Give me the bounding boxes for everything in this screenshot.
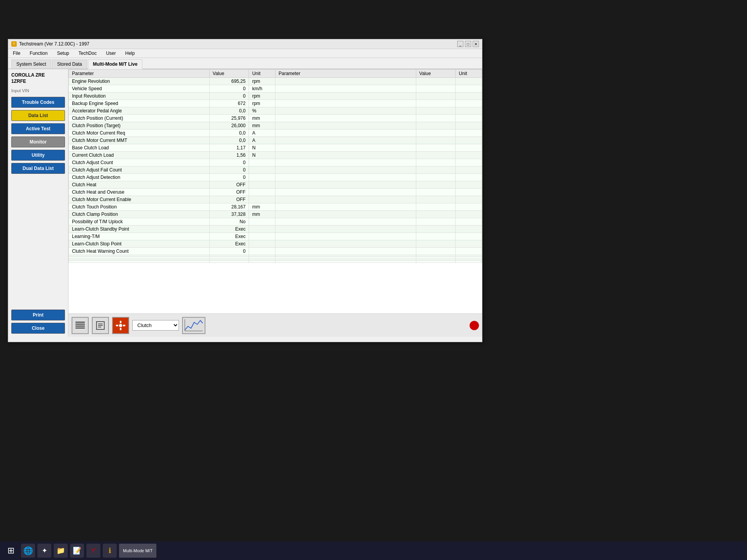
yandex-button[interactable]: Y [86, 544, 100, 558]
unit-cell: mm [249, 122, 275, 130]
value2-cell [416, 189, 456, 196]
value-cell: 1,17 [209, 144, 249, 152]
param-cell: Engine Revolution [69, 78, 210, 85]
param2-cell [275, 85, 416, 93]
param-cell: Learn-Clutch Standby Point [69, 226, 210, 233]
value2-cell [416, 122, 456, 130]
table-row: Learn-Clutch Standby Point Exec [69, 226, 482, 233]
title-bar-left: T Techstream (Ver 7.12.00C) - 1997 [11, 41, 89, 47]
chart-button[interactable] [182, 317, 205, 334]
utility-button[interactable]: Utility [11, 150, 65, 161]
trouble-codes-button[interactable]: Trouble Codes [11, 97, 65, 108]
table-row: Learn-Clutch Stop Point Exec [69, 240, 482, 248]
dual-data-list-button[interactable]: Dual Data List [11, 163, 65, 174]
value-cell: 0 [209, 85, 249, 93]
unit2-cell [456, 233, 482, 240]
value-cell: 0,0 [209, 107, 249, 115]
unit-cell [249, 174, 275, 181]
value-cell: 0 [209, 93, 249, 100]
param-cell: Backup Engine Speed [69, 100, 210, 107]
close-button[interactable]: Close [11, 323, 65, 334]
edit-icon-btn[interactable] [92, 317, 109, 334]
value-cell: 0 [209, 248, 249, 255]
title-bar-controls: _ □ ✕ [457, 41, 479, 47]
table-row: Learning-T/M Exec [69, 233, 482, 240]
param2-cell [275, 261, 416, 263]
unit-cell: A [249, 130, 275, 137]
unit-cell: mm [249, 203, 275, 211]
unit2-cell [456, 100, 482, 107]
sidebar: COROLLA ZRE 1ZRFE Input VIN Trouble Code… [8, 69, 68, 337]
tab-multimode[interactable]: Multi-Mode M/T Live [88, 60, 143, 69]
value2-cell [416, 166, 456, 174]
value-cell: 0 [209, 174, 249, 181]
unit2-cell [456, 181, 482, 189]
data-table-container[interactable]: Parameter Value Unit Parameter Value Uni… [68, 69, 482, 313]
data-table: Parameter Value Unit Parameter Value Uni… [68, 69, 482, 263]
table-row: Clutch Heat and Overuse OFF [69, 189, 482, 196]
unit-cell: % [249, 107, 275, 115]
value2-cell [416, 152, 456, 159]
value2-cell [416, 226, 456, 233]
param-cell: Clutch Adjust Count [69, 159, 210, 166]
explorer-button[interactable]: 📁 [54, 544, 68, 558]
techstream-taskbar-button[interactable]: ℹ [103, 544, 117, 558]
value2-cell [416, 203, 456, 211]
param2-cell [275, 130, 416, 137]
param2-cell [275, 203, 416, 211]
menu-setup[interactable]: Setup [55, 50, 70, 57]
menu-user[interactable]: User [104, 50, 117, 57]
bottom-bar: Clutch Engine Transmission [68, 313, 482, 337]
param2-cell [275, 159, 416, 166]
unit2-cell [456, 130, 482, 137]
start-button[interactable]: ⊞ [3, 543, 19, 558]
unit2-cell [456, 78, 482, 85]
param-cell: Clutch Adjust Fail Count [69, 166, 210, 174]
monitor-button[interactable]: Monitor [11, 136, 65, 147]
table-row: Clutch Adjust Count 0 [69, 159, 482, 166]
value-cell: 26,000 [209, 122, 249, 130]
tab-stored-data[interactable]: Stored Data [52, 60, 87, 68]
menu-techdoc[interactable]: TechDoc [77, 50, 98, 57]
menu-function[interactable]: Function [28, 50, 49, 57]
value2-cell [416, 174, 456, 181]
value-cell: OFF [209, 189, 249, 196]
print-button[interactable]: Print [11, 310, 65, 320]
tab-system-select[interactable]: System Select [11, 60, 51, 68]
menu-file[interactable]: File [11, 50, 22, 57]
param2-cell [275, 122, 416, 130]
menu-bar: File Function Setup TechDoc User Help [8, 49, 482, 58]
minimize-button[interactable]: _ [457, 41, 463, 47]
value-cell: 28,167 [209, 203, 249, 211]
param-cell: Possibility of T/M Uplock [69, 218, 210, 226]
table-row: Clutch Touch Position 28,167 mm [69, 203, 482, 211]
taskbar-app-label: Multi-Mode M/T [123, 548, 153, 553]
value-cell: 25,976 [209, 115, 249, 122]
stop-button[interactable] [470, 321, 479, 330]
edge-button[interactable]: 🌐 [21, 544, 35, 558]
param-cell: Clutch Motor Current Enable [69, 196, 210, 203]
unit2-cell [456, 166, 482, 174]
maximize-button[interactable]: □ [465, 41, 471, 47]
cortana-button[interactable]: ✦ [37, 544, 51, 558]
data-list-button[interactable]: Data List [11, 110, 65, 121]
active-test-button[interactable]: Active Test [11, 123, 65, 134]
menu-help[interactable]: Help [124, 50, 137, 57]
system-dropdown[interactable]: Clutch Engine Transmission [132, 320, 179, 331]
multimode-taskbar-item[interactable]: Multi-Mode M/T [119, 544, 156, 558]
param2-cell [275, 226, 416, 233]
param2-cell [275, 93, 416, 100]
svg-rect-0 [75, 322, 85, 323]
unit-cell [249, 189, 275, 196]
close-button[interactable]: ✕ [473, 41, 479, 47]
svg-rect-10 [120, 328, 121, 330]
list-icon-btn[interactable] [72, 317, 89, 334]
param2-cell [275, 181, 416, 189]
param2-cell [275, 137, 416, 144]
word-button[interactable]: 📝 [70, 544, 84, 558]
param-cell [69, 261, 210, 263]
table-row: Clutch Motor Current MMT 0,0 A [69, 137, 482, 144]
value-cell: 0 [209, 166, 249, 174]
settings-icon-btn[interactable] [112, 317, 129, 334]
car-model: 1ZRFE [11, 79, 65, 85]
